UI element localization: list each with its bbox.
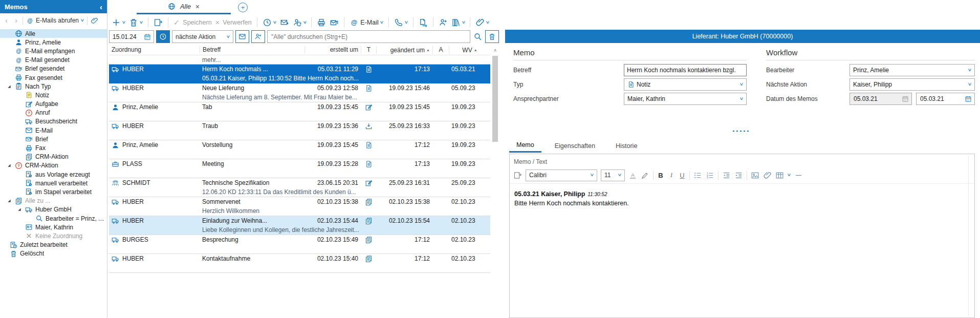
person-filter-button[interactable]	[251, 30, 265, 43]
add-contact-button[interactable]	[439, 18, 448, 27]
scrollbar-thumb[interactable]	[492, 56, 498, 142]
save-button[interactable]: ✓Speichern	[173, 18, 212, 26]
tree-item-besuchsbericht[interactable]: Besuchsbericht	[0, 117, 107, 126]
tree-item-geloescht[interactable]: Gelöscht	[0, 249, 107, 258]
column-zuordnung[interactable]: Zuordnung	[109, 46, 200, 54]
indent-icon[interactable]	[734, 171, 743, 180]
font-color-icon[interactable]	[628, 171, 637, 180]
bearbeiter-select[interactable]: Prinz, Amelie ∨	[850, 64, 975, 76]
horizontal-rule-icon[interactable]	[794, 171, 803, 180]
table-row[interactable]: BURGESBesprechung02.10.23 15:4917:1202.1…	[109, 235, 490, 254]
paperclip-icon[interactable]	[91, 17, 98, 25]
fetch-mail-button[interactable]: E-Mails abrufen ∨	[26, 17, 84, 25]
typ-select[interactable]: Notiz ∨	[624, 78, 747, 91]
calendar-icon[interactable]	[144, 33, 151, 40]
tab-historie[interactable]: Historie	[608, 139, 644, 153]
column-t[interactable]: T	[361, 46, 376, 54]
nav-forward-icon[interactable]: ›	[13, 16, 19, 25]
numbered-list-icon[interactable]	[706, 171, 714, 180]
memo-date-field-2[interactable]	[916, 93, 975, 105]
tab-eigenschaften[interactable]: Eigenschaften	[548, 139, 602, 153]
tree-item-crm-aktion[interactable]: ◢CRM-Aktion	[0, 161, 107, 170]
tab-memo[interactable]: Memo	[509, 139, 541, 153]
link-icon[interactable]	[763, 171, 772, 180]
tree-item-e-mail-gesendet[interactable]: E-Mail gesendet	[0, 56, 107, 65]
table-row[interactable]: Prinz, AmelieVorstellung19.09.23 15:4517…	[109, 140, 490, 159]
attach-button[interactable]: ∨	[475, 18, 489, 27]
table-row[interactable]: HUBERSommervenet02.10.23 15:3802.10.23 1…	[109, 197, 490, 216]
memo-date-input[interactable]	[853, 95, 885, 103]
tree-item-fax-gesendet[interactable]: Fax gesendet	[0, 73, 107, 82]
next-action-filter-button[interactable]	[156, 30, 170, 43]
dossier-button[interactable]: ∨	[451, 18, 465, 27]
tree-item-brief-gesendet[interactable]: Brief gesendet	[0, 65, 107, 73]
reminder-button[interactable]: ∨	[263, 18, 276, 27]
bold-icon[interactable]: B	[657, 172, 664, 179]
discard-button[interactable]: ×Verwerfen	[215, 18, 252, 26]
memo-date-input-2[interactable]	[919, 95, 952, 103]
calendar-icon[interactable]	[902, 95, 909, 102]
call-button[interactable]: ∨	[394, 18, 408, 27]
sidebar-collapse-icon[interactable]: ‹	[100, 3, 102, 11]
convert-button[interactable]	[154, 18, 163, 27]
tree-item-anruf[interactable]: Anruf	[0, 109, 107, 117]
tab-close-icon[interactable]: ×	[195, 3, 200, 11]
expander-icon[interactable]: ◢	[6, 84, 12, 89]
nav-back-icon[interactable]: ‹	[3, 16, 10, 25]
tree-item-fax[interactable]: Fax	[0, 143, 107, 152]
fax-button[interactable]	[317, 18, 326, 27]
search-input[interactable]	[267, 30, 470, 43]
tree-item-aus-vorlage-erzeugt[interactable]: aus Vorlage erzeugt	[0, 170, 107, 179]
tree-item-maier-kathrin[interactable]: Maier, Kathrin	[0, 223, 107, 231]
table-row[interactable]: PLASSMeeting19.09.23 15:2817:1319.09.23	[109, 159, 490, 178]
tree-item-bearbeiter-prinz-amelie[interactable]: Bearbeiter = Prinz, Amelie	[0, 214, 107, 223]
tree-item-nach-typ[interactable]: ◢Nach Typ	[0, 82, 107, 91]
table-row[interactable]: HUBERKontaktaufnahme02.10.23 15:4017:120…	[109, 254, 490, 273]
splitter-handle[interactable]	[732, 130, 749, 132]
paste-text-icon[interactable]	[513, 171, 522, 180]
italic-icon[interactable]: I	[668, 171, 675, 179]
delegate-button[interactable]: ∨	[293, 18, 307, 27]
table-row[interactable]: HUBERNeue Lieferung05.09.23 12:5819.09.2…	[109, 83, 490, 102]
tree-item-keine-zuordnung[interactable]: Keine Zuordnung	[0, 231, 107, 240]
search-icon[interactable]	[473, 32, 482, 41]
font-size-select[interactable]: 11 ∨	[601, 169, 625, 181]
bullet-list-icon[interactable]	[693, 171, 702, 180]
forward-mail-button[interactable]	[280, 18, 289, 27]
tree-item-aufgabe[interactable]: Aufgabe	[0, 100, 107, 109]
email-button[interactable]: E-Mail∨	[350, 18, 383, 27]
new-tab-button[interactable]: +	[238, 3, 248, 12]
outdent-icon[interactable]	[722, 171, 731, 180]
letter-button[interactable]	[330, 18, 339, 27]
expander-icon[interactable]: ◢	[16, 207, 23, 211]
email-filter-button[interactable]	[235, 30, 249, 43]
table-row[interactable]: HUBERHerrn Koch nochmals ...05.03.21 11:…	[109, 65, 490, 83]
table-row[interactable]: SCHMIDTTechnische Spezifikation23.06.15 …	[109, 178, 490, 197]
tree-item-manuell-verarbeitet[interactable]: manuell verarbeitet	[0, 179, 107, 187]
action-select[interactable]: nächste Aktion ∨	[172, 30, 233, 43]
memo-text-area[interactable]: 05.03.21 Kaiser, Philipp11:30:52 Bitte H…	[510, 184, 974, 214]
tree-item-e-mail-empfangen[interactable]: E-Mail empfangen	[0, 47, 107, 55]
table-row[interactable]: HUBERTraub19.09.23 15:3625.09.23 16:3319…	[109, 121, 490, 140]
scrollbar-up-icon[interactable]: ∧	[491, 47, 499, 54]
tree-item-alle-zu[interactable]: ◢Alle zu ...	[0, 197, 107, 205]
export-button[interactable]	[419, 18, 428, 27]
tree-item-im-stapel-verarbeitet[interactable]: im Stapel verarbeitet	[0, 187, 107, 196]
tab-alle[interactable]: Alle ×	[137, 0, 231, 14]
list-scrollbar[interactable]: ∧	[491, 47, 499, 318]
tree-item-zuletzt-bearbeitet[interactable]: Zuletzt bearbeitet	[0, 241, 107, 249]
highlight-icon[interactable]	[641, 171, 649, 180]
tree-item-huber-gmbh[interactable]: ◢Huber GmbH	[0, 205, 107, 214]
column-geaendert-um[interactable]: geändert um▲	[376, 46, 432, 54]
ansprechpartner-select[interactable]: Maier, Kathrin ∨	[624, 93, 747, 105]
table-row[interactable]: Prinz, AmelieTab19.09.23 15:4519.09.23 1…	[109, 102, 490, 121]
expander-icon[interactable]: ◢	[6, 163, 12, 167]
column-wv[interactable]: WV▲	[449, 46, 490, 54]
expander-icon[interactable]: ◢	[6, 199, 12, 203]
table-icon[interactable]	[775, 171, 784, 180]
underline-icon[interactable]: U	[679, 172, 686, 179]
column-erstellt-um[interactable]: erstellt um	[304, 46, 361, 54]
filter-date-field[interactable]	[109, 30, 154, 43]
naechste-aktion-select[interactable]: Kaiser, Philipp ∨	[850, 78, 975, 91]
tree-item-alle[interactable]: Alle	[0, 29, 107, 38]
